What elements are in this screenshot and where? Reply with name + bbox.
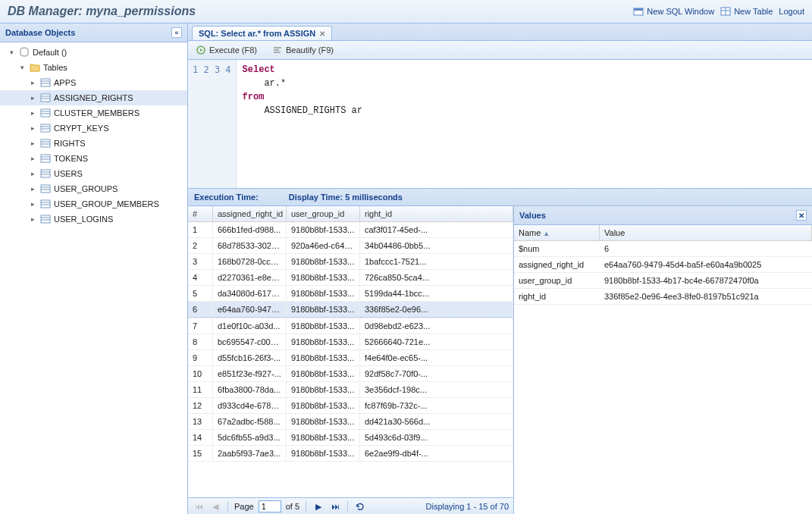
tree-toggle-icon[interactable]: ▸ xyxy=(28,215,37,224)
sidebar-collapse-button[interactable]: « xyxy=(171,27,182,38)
sql-editor[interactable]: 1 2 3 4 Select ar.* from ASSIGNED_RIGHTS… xyxy=(188,60,812,189)
tree-toggle-icon[interactable]: ▸ xyxy=(28,154,37,163)
values-row[interactable]: $num 6 xyxy=(514,241,812,257)
first-page-button[interactable]: ⏮ xyxy=(193,500,205,512)
display-time-label: Display Time: 5 milliseconds xyxy=(289,193,403,202)
values-value-column[interactable]: Value xyxy=(600,225,812,240)
grid-row[interactable]: 268d78533-3021...920a46ed-c64e...34b0448… xyxy=(188,238,513,254)
grid-column-header[interactable]: user_group_id xyxy=(287,206,360,221)
grid-row[interactable]: 152aab5f93-7ae3...9180b8bf-1533...6e2ae9… xyxy=(188,446,513,462)
app-title: DB Manager: myna_permissions xyxy=(8,5,196,18)
grid-cell: 168b0728-0cc7... xyxy=(213,254,287,269)
beautify-button[interactable]: Beautify (F9) xyxy=(269,43,337,57)
tree-table-label: RIGHTS xyxy=(54,139,86,148)
tree-toggle-icon[interactable]: ▸ xyxy=(28,124,37,133)
values-name-cell: $num xyxy=(514,241,600,256)
tree-toggle-icon[interactable]: ▸ xyxy=(28,108,37,118)
last-page-button[interactable]: ⏭ xyxy=(329,500,341,512)
grid-row[interactable]: 3168b0728-0cc7...9180b8bf-1533...1bafccc… xyxy=(188,254,513,270)
new-table-label: New Table xyxy=(734,7,773,16)
next-page-button[interactable]: ▶ xyxy=(312,500,324,512)
grid-row[interactable]: 145dc6fb55-a9d3...9180b8bf-1533...5d493c… xyxy=(188,430,513,446)
tree-table-node[interactable]: ▸ USER_GROUP_MEMBERS xyxy=(0,196,187,212)
svg-rect-6 xyxy=(41,79,50,86)
tree-toggle-icon[interactable]: ▾ xyxy=(7,48,16,57)
tree-table-node[interactable]: ▸ CRYPT_KEYS xyxy=(0,121,187,136)
tree-table-node[interactable]: ▸ APPS xyxy=(0,75,187,90)
grid-row[interactable]: 4d2270361-e8e4...9180b8bf-1533...726ca85… xyxy=(188,270,513,286)
values-value-cell: 336f85e2-0e96-4ee3-8fe0-8197b51c921a xyxy=(600,289,812,304)
grid-cell: 9180b8bf-1533... xyxy=(287,398,360,413)
grid-cell: 92df58c7-70f0-... xyxy=(360,366,513,381)
svg-rect-18 xyxy=(41,139,50,147)
grid-cell: 1 xyxy=(188,222,213,237)
tree-toggle-icon[interactable]: ▸ xyxy=(28,139,37,148)
tree-table-node[interactable]: ▸ USERS xyxy=(0,166,187,181)
grid-cell: d2270361-e8e4... xyxy=(213,270,287,285)
grid-cell: 11 xyxy=(188,382,213,397)
svg-rect-1 xyxy=(634,8,643,11)
table-icon xyxy=(39,92,52,104)
grid-header: #assigned_right_iduser_group_idright_id xyxy=(188,206,513,222)
values-row[interactable]: right_id 336f85e2-0e96-4ee3-8fe0-8197b51… xyxy=(514,289,812,305)
tree-toggle-icon[interactable]: ▾ xyxy=(17,63,27,72)
values-row[interactable]: user_group_id 9180b8bf-1533-4b17-bc4e-66… xyxy=(514,273,812,289)
values-close-button[interactable]: ✕ xyxy=(796,210,807,221)
values-name-column[interactable]: Name▲ xyxy=(514,225,600,240)
database-icon xyxy=(18,46,30,58)
values-row[interactable]: assigned_right_id e64aa760-9479-45d4-ba5… xyxy=(514,257,812,273)
tree-toggle-icon[interactable]: ▸ xyxy=(28,184,37,193)
tree-table-node[interactable]: ▸ USER_LOGINS xyxy=(0,212,187,227)
grid-row[interactable]: 12d933cd4e-6781...9180b8bf-1533...fc87f6… xyxy=(188,398,513,414)
grid-row[interactable]: 6e64aa760-9479...9180b8bf-1533...336f85e… xyxy=(188,302,513,318)
values-body: $num 6 assigned_right_id e64aa760-9479-4… xyxy=(514,241,812,514)
grid-row[interactable]: 116fba3800-78da...9180b8bf-1533...3e356d… xyxy=(188,382,513,398)
grid-cell: f4e64f0e-ec65-... xyxy=(360,350,513,365)
sql-tab[interactable]: SQL: Select ar.* from ASSIGN ✕ xyxy=(192,26,332,40)
tree-table-node[interactable]: ▸ CLUSTER_MEMBERS xyxy=(0,105,187,121)
tree-table-node[interactable]: ▸ USER_GROUPS xyxy=(0,181,187,196)
sidebar-title: Database Objects xyxy=(5,28,75,37)
page-input[interactable] xyxy=(259,500,281,512)
prev-page-button[interactable]: ◀ xyxy=(209,500,221,512)
grid-row[interactable]: 10e851f23e-f927-...9180b8bf-1533...92df5… xyxy=(188,366,513,382)
grid-body[interactable]: 1666b1fed-d988...9180b8bf-1533...caf3f01… xyxy=(188,222,513,497)
new-sql-window-button[interactable]: New SQL Window xyxy=(633,6,714,17)
grid-column-header[interactable]: right_id xyxy=(360,206,513,221)
grid-column-header[interactable]: assigned_right_id xyxy=(213,206,287,221)
refresh-button[interactable] xyxy=(354,500,366,512)
table-icon xyxy=(39,183,52,195)
sql-panel: Execute (F8) Beautify (F9) 1 2 3 4 Selec… xyxy=(188,41,812,514)
tree-toggle-icon[interactable]: ▸ xyxy=(28,93,37,102)
logout-button[interactable]: Logout xyxy=(779,7,804,16)
tree-toggle-icon[interactable]: ▸ xyxy=(28,199,37,208)
grid-row[interactable]: 5da34080d-617d...9180b8bf-1533...5199da4… xyxy=(188,286,513,302)
values-panel: Values ✕ Name▲ Value $num 6 assigned_ xyxy=(514,206,812,514)
grid-row[interactable]: 8bc695547-c002...9180b8bf-1533...5266664… xyxy=(188,334,513,350)
tab-close-icon[interactable]: ✕ xyxy=(319,30,325,38)
grid-row[interactable]: 1367a2adbc-f588...9180b8bf-1533...dd421a… xyxy=(188,414,513,430)
tree-table-node[interactable]: ▸ ASSIGNED_RIGHTS xyxy=(0,90,187,105)
grid-column-header[interactable]: # xyxy=(188,206,213,221)
grid-row[interactable]: 1666b1fed-d988...9180b8bf-1533...caf3f01… xyxy=(188,222,513,238)
grid-row[interactable]: 7d1e0f10c-a03d...9180b8bf-1533...0d98ebd… xyxy=(188,318,513,334)
grid-row[interactable]: 9d55fcb16-26f3-...9180b8bf-1533...f4e64f… xyxy=(188,350,513,366)
tree-root-node[interactable]: ▾ Default () xyxy=(0,45,187,60)
page-total: of 5 xyxy=(286,502,299,511)
svg-rect-30 xyxy=(41,200,50,208)
tree-toggle-icon[interactable]: ▸ xyxy=(28,169,37,178)
grid-cell: 2aab5f93-7ae3... xyxy=(213,446,287,461)
editor-code[interactable]: Select ar.* from ASSIGNED_RIGHTS ar xyxy=(237,60,368,188)
tree-table-node[interactable]: ▸ RIGHTS xyxy=(0,136,187,151)
grid-cell: 15 xyxy=(188,446,213,461)
tree-toggle-icon[interactable]: ▸ xyxy=(28,78,37,87)
grid-cell: 726ca850-5ca4... xyxy=(360,270,513,285)
app-header: DB Manager: myna_permissions New SQL Win… xyxy=(0,0,812,24)
content-area: SQL: Select ar.* from ASSIGN ✕ Execute (… xyxy=(188,24,812,514)
new-table-button[interactable]: New Table xyxy=(720,6,773,17)
execute-button[interactable]: Execute (F8) xyxy=(193,43,260,57)
tree-table-node[interactable]: ▸ TOKENS xyxy=(0,151,187,166)
tree-table-label: CLUSTER_MEMBERS xyxy=(54,108,140,118)
tree-tables-node[interactable]: ▾ Tables xyxy=(0,60,187,75)
table-icon xyxy=(39,198,52,210)
